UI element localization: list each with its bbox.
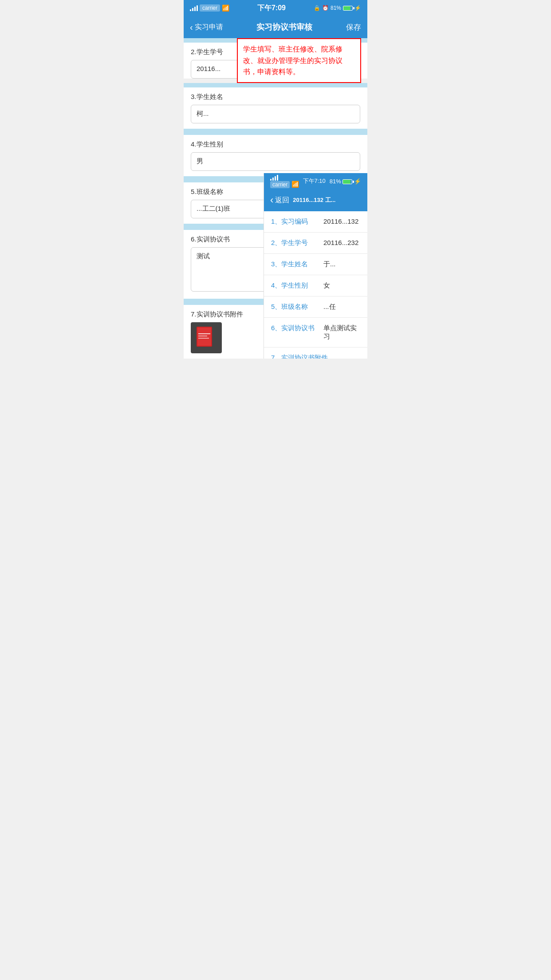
- detail-label-5[interactable]: 5、班级名称: [271, 303, 320, 311]
- detail-value-6: 单点测试实习: [323, 324, 360, 341]
- detail-label-4[interactable]: 4、学生性别: [271, 281, 320, 290]
- overlay-carrier-label: carrier: [270, 181, 290, 188]
- detail-value-2: 20116...232: [323, 239, 360, 246]
- form-section-gender: 4.学生性别 男: [184, 135, 367, 176]
- overlay-charging-icon: ⚡: [354, 178, 361, 185]
- notice-box: 学生填写、班主任修改、院系修改、就业办管理学生的实习协议书，申请资料等。: [237, 38, 361, 83]
- charging-icon: ⚡: [354, 5, 361, 11]
- carrier-label: carrier: [200, 4, 220, 12]
- detail-item-6: 6、实训协议书 单点测试实习: [264, 318, 367, 348]
- signal-area: carrier 📶: [190, 4, 229, 12]
- field-input-student-name[interactable]: 柯...: [191, 105, 360, 123]
- overlay-screen: carrier 📶 下午7:10 81% ⚡ ‹ 返回 20116...132 …: [264, 173, 367, 359]
- detail-label-3[interactable]: 3、学生姓名: [271, 260, 320, 269]
- screen1: carrier 📶 下午7:09 🔒 ⏰ 81% ⚡ ‹ 实习申请 实习协议书审…: [184, 0, 367, 359]
- detail-item-1: 1、实习编码 20116...132: [264, 211, 367, 233]
- status-bar: carrier 📶 下午7:09 🔒 ⏰ 81% ⚡: [184, 0, 367, 16]
- detail-value-3: 于...: [323, 260, 360, 269]
- status-time: 下午7:09: [257, 4, 286, 13]
- overlay-right-icons: 81% ⚡: [330, 178, 361, 185]
- back-button[interactable]: ‹ 实习申请: [190, 23, 223, 32]
- battery-percent: 81%: [331, 5, 341, 11]
- chevron-left-icon: ‹: [190, 23, 193, 32]
- lock-icon: 🔒: [314, 5, 320, 11]
- field-input-gender[interactable]: 男: [191, 152, 360, 171]
- detail-item-4: 4、学生性别 女: [264, 275, 367, 296]
- detail-label-7[interactable]: 7、实训协议书附件: [271, 354, 328, 359]
- back-label: 实习申请: [195, 23, 223, 32]
- svg-rect-2: [197, 328, 211, 346]
- svg-rect-5: [198, 338, 209, 339]
- wifi-icon: 📶: [222, 4, 229, 12]
- detail-value-1: 20116...132: [323, 217, 360, 225]
- overlay-nav-title: 20116...132 工...: [293, 196, 335, 204]
- detail-list: 1、实习编码 20116...132 2、学生学号 20116...232 3、…: [264, 211, 367, 359]
- save-button[interactable]: 保存: [346, 22, 361, 32]
- overlay-signal-bars-icon: [270, 174, 299, 181]
- overlay-status-bar: carrier 📶 下午7:10 81% ⚡: [264, 173, 367, 189]
- overlay-status-time: 下午7:10: [303, 177, 326, 185]
- battery-icon: [343, 6, 353, 11]
- separator-3: [184, 129, 367, 135]
- right-status-icons: 🔒 ⏰ 81% ⚡: [314, 5, 361, 11]
- detail-value-5: ...任: [323, 303, 360, 311]
- overlay-signal-area: carrier 📶: [270, 174, 299, 188]
- overlay-back-button[interactable]: 返回: [275, 196, 289, 205]
- overlay-chevron-icon: ‹: [270, 194, 273, 206]
- nav-title: 实习协议书审核: [256, 22, 312, 32]
- detail-item-3: 3、学生姓名 于...: [264, 254, 367, 275]
- detail-item-5: 5、班级名称 ...任: [264, 296, 367, 318]
- attachment-thumbnail[interactable]: [191, 322, 222, 353]
- alarm-icon: ⏰: [322, 5, 329, 11]
- overlay-wifi-icon: 📶: [291, 181, 299, 188]
- detail-item-2: 2、学生学号 20116...232: [264, 233, 367, 254]
- separator-2: [184, 83, 367, 87]
- detail-value-4: 女: [323, 281, 360, 290]
- notice-text: 学生填写、班主任修改、院系修改、就业办管理学生的实习协议书，申请资料等。: [243, 45, 342, 75]
- field-label-student-name: 3.学生姓名: [191, 93, 360, 101]
- overlay-battery-percent: 81%: [330, 178, 341, 185]
- svg-rect-4: [198, 336, 207, 336]
- svg-rect-3: [198, 333, 210, 334]
- form-section-student-name: 3.学生姓名 柯...: [184, 87, 367, 129]
- overlay-battery-icon: [342, 179, 352, 184]
- detail-label-2[interactable]: 2、学生学号: [271, 239, 320, 247]
- detail-item-7: 7、实训协议书附件: [264, 348, 367, 359]
- nav-bar: ‹ 实习申请 实习协议书审核 保存: [184, 16, 367, 38]
- detail-label-1[interactable]: 1、实习编码: [271, 217, 320, 226]
- signal-bars-icon: [190, 5, 198, 11]
- field-label-gender: 4.学生性别: [191, 140, 360, 149]
- overlay-nav-bar: ‹ 返回 20116...132 工...: [264, 189, 367, 211]
- detail-label-6[interactable]: 6、实训协议书: [271, 324, 320, 332]
